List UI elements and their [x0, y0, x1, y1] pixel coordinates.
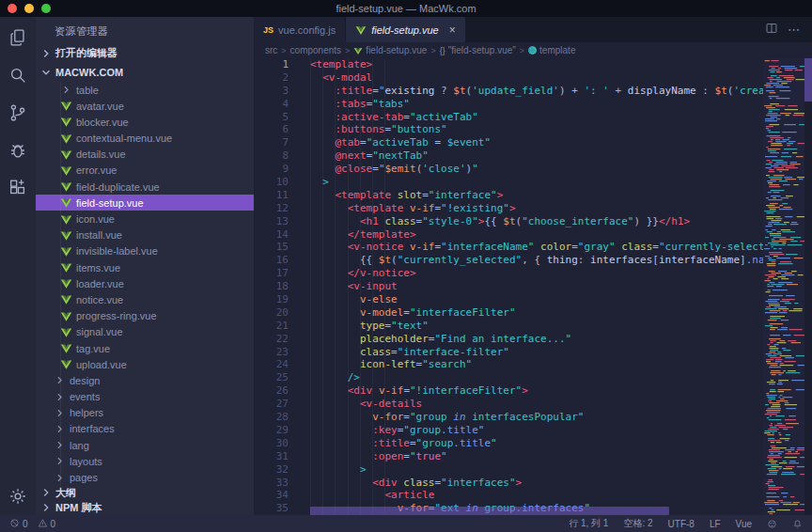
source-control-icon[interactable]: [7, 102, 29, 124]
code-line[interactable]: <v-notice v-if="interfaceName" color="gr…: [310, 241, 763, 254]
tree-item-label: pages: [70, 472, 98, 483]
tree-item-design[interactable]: design: [36, 372, 254, 388]
section-workspace-root[interactable]: MACWK.COM: [36, 63, 254, 82]
line-number: 25: [254, 371, 295, 384]
breadcrumb-item-field-setup.vue[interactable]: field-setup.vue: [353, 45, 427, 55]
tree-item-interfaces[interactable]: interfaces: [36, 421, 254, 437]
code-line[interactable]: @next="nextTab": [310, 149, 763, 163]
code-line[interactable]: class="interface-filter": [310, 346, 763, 359]
tree-item-lang[interactable]: lang: [36, 437, 254, 453]
extensions-icon[interactable]: [7, 177, 29, 199]
code-line[interactable]: <div class="interfaces">: [310, 477, 763, 490]
tree-item-field-setup.vue[interactable]: field-setup.vue: [36, 195, 254, 211]
tree-item-error.vue[interactable]: error.vue: [36, 163, 254, 179]
search-icon[interactable]: [7, 64, 29, 86]
code-line[interactable]: :title="existing ? $t('update_field') + …: [310, 85, 763, 98]
tab-vue.config.js[interactable]: JSvue.config.js: [254, 17, 345, 42]
status-utf-8[interactable]: UTF-8: [668, 519, 695, 529]
code-line[interactable]: <template>: [310, 58, 763, 71]
vertical-scrollbar[interactable]: [804, 58, 812, 515]
close-tab-icon[interactable]: ×: [449, 23, 456, 37]
code-line[interactable]: :buttons="buttons": [310, 123, 763, 136]
tree-item-pages[interactable]: pages: [36, 469, 254, 485]
code-line[interactable]: :title="group.title": [310, 437, 763, 450]
code-line[interactable]: @close="$emit('close')": [310, 163, 763, 176]
code-line[interactable]: type="text": [310, 320, 763, 333]
minimap[interactable]: [763, 58, 804, 515]
code-line[interactable]: {{ $t("currently_selected", { thing: int…: [310, 254, 763, 267]
code-editor[interactable]: 1234567891011121314151617181920212223242…: [254, 58, 812, 515]
code-line[interactable]: placeholder="Find an interface...": [310, 333, 763, 346]
code-line[interactable]: </v-notice>: [310, 267, 763, 280]
tree-item-field-duplicate.vue[interactable]: field-duplicate.vue: [36, 179, 254, 195]
more-actions-icon[interactable]: ⋯: [788, 23, 801, 37]
line-number: 30: [254, 437, 295, 450]
breadcrumb-item-field-setup.vue[interactable]: {}"field-setup.vue": [440, 45, 516, 55]
code-line[interactable]: v-else: [310, 293, 763, 306]
code-line[interactable]: v-for="group in interfacesPopular": [310, 411, 763, 424]
code-line[interactable]: <div v-if="!interfaceFilter">: [310, 384, 763, 398]
code-line[interactable]: :open="true": [310, 450, 763, 463]
status-vue[interactable]: Vue: [736, 519, 752, 529]
editor-group: JSvue.config.jsfield-setup.vue×⋯ src>com…: [254, 17, 812, 515]
tree-item-details.vue[interactable]: details.vue: [36, 147, 254, 163]
tree-item-helpers[interactable]: helpers: [36, 405, 254, 421]
tree-item-tag.vue[interactable]: tag.vue: [36, 340, 254, 356]
chevron-down-icon: [39, 66, 53, 79]
split-editor-icon[interactable]: [765, 22, 778, 39]
tree-item-install.vue[interactable]: install.vue: [36, 227, 254, 243]
line-number: 14: [254, 228, 295, 242]
code-line[interactable]: icon-left="search": [310, 358, 763, 371]
tree-item-invisible-label.vue[interactable]: invisible-label.vue: [36, 243, 254, 259]
status-warnings[interactable]: 0: [38, 518, 56, 530]
tree-item-avatar.vue[interactable]: avatar.vue: [36, 98, 254, 114]
horizontal-scrollbar-slider[interactable]: [310, 507, 669, 515]
breadcrumb-item-template[interactable]: ◍template: [528, 45, 575, 55]
status-----2[interactable]: 空格: 2: [623, 517, 652, 530]
code-line[interactable]: v-model="interfaceFilter": [310, 306, 763, 320]
code-line[interactable]: >: [310, 176, 763, 189]
tree-item-contextual-menu.vue[interactable]: contextual-menu.vue: [36, 131, 254, 147]
code-line[interactable]: >: [310, 463, 763, 477]
status-lf[interactable]: LF: [710, 519, 721, 529]
code-line[interactable]: <v-input: [310, 280, 763, 293]
tree-item-icon.vue[interactable]: icon.vue: [36, 211, 254, 227]
code-line[interactable]: <template slot="interface">: [310, 189, 763, 202]
breadcrumb-item-src[interactable]: src: [265, 45, 277, 55]
section-大纲[interactable]: 大纲: [36, 485, 254, 500]
tree-item-loader.vue[interactable]: loader.vue: [36, 275, 254, 291]
code-line[interactable]: :tabs="tabs": [310, 98, 763, 111]
code-line[interactable]: <template v-if="!existing">: [310, 202, 763, 215]
breadcrumb-item-components[interactable]: components: [290, 45, 341, 55]
tree-item-blocker.vue[interactable]: blocker.vue: [36, 114, 254, 130]
notifications-bell-icon[interactable]: [792, 519, 803, 529]
code-line[interactable]: />: [310, 371, 763, 384]
vertical-scrollbar-slider[interactable]: [804, 58, 812, 102]
tree-item-layouts[interactable]: layouts: [36, 453, 254, 469]
status---1----1[interactable]: 行 1, 列 1: [569, 517, 608, 530]
debug-icon[interactable]: [7, 139, 29, 162]
feedback-smiley-icon[interactable]: [767, 519, 777, 529]
code-line[interactable]: <article: [310, 489, 763, 502]
section-NPM 脚本[interactable]: NPM 脚本: [36, 500, 254, 515]
code-line[interactable]: :active-tab="activeTab": [310, 111, 763, 124]
tree-item-progress-ring.vue[interactable]: progress-ring.vue: [36, 308, 254, 324]
code-line[interactable]: <v-details: [310, 398, 763, 411]
settings-gear-icon[interactable]: [7, 485, 29, 508]
tree-item-table[interactable]: table: [36, 82, 254, 98]
tab-field-setup.vue[interactable]: field-setup.vue×: [346, 17, 465, 42]
code-line[interactable]: </template>: [310, 228, 763, 242]
breadcrumb-separator: >: [430, 46, 435, 55]
tree-item-signal.vue[interactable]: signal.vue: [36, 324, 254, 340]
tree-item-items.vue[interactable]: items.vue: [36, 259, 254, 275]
code-line[interactable]: <h1 class="style-0">{{ $t("choose_interf…: [310, 215, 763, 228]
explorer-icon[interactable]: [7, 26, 29, 49]
tree-item-notice.vue[interactable]: notice.vue: [36, 291, 254, 307]
tree-item-upload.vue[interactable]: upload.vue: [36, 356, 254, 372]
status-errors[interactable]: 0: [9, 518, 28, 530]
section-open-editors[interactable]: 打开的编辑器: [36, 44, 254, 63]
code-line[interactable]: :key="group.title": [310, 424, 763, 437]
tree-item-events[interactable]: events: [36, 389, 254, 405]
code-line[interactable]: @tab="activeTab = $event": [310, 136, 763, 149]
code-line[interactable]: <v-modal: [310, 71, 763, 85]
